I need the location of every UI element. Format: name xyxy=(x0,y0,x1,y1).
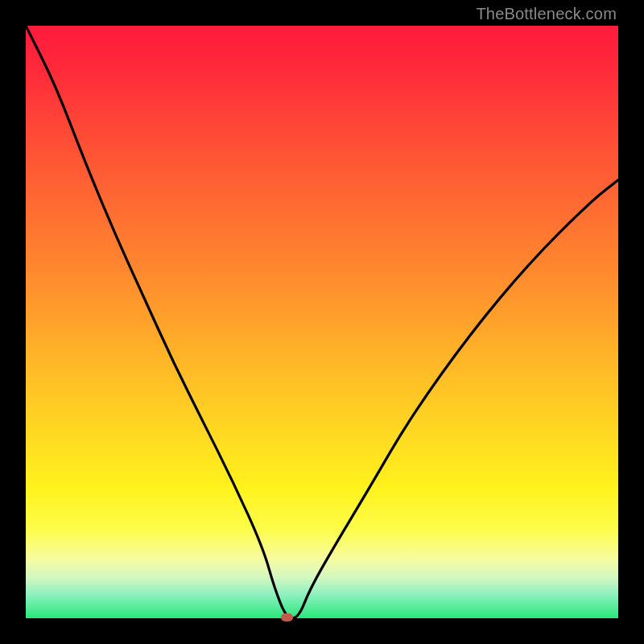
bottleneck-curve xyxy=(26,26,618,618)
min-marker xyxy=(281,613,293,621)
curve-path xyxy=(26,26,618,618)
plot-area xyxy=(26,26,618,618)
chart-frame: TheBottleneck.com xyxy=(0,0,644,644)
watermark-text: TheBottleneck.com xyxy=(476,5,617,23)
